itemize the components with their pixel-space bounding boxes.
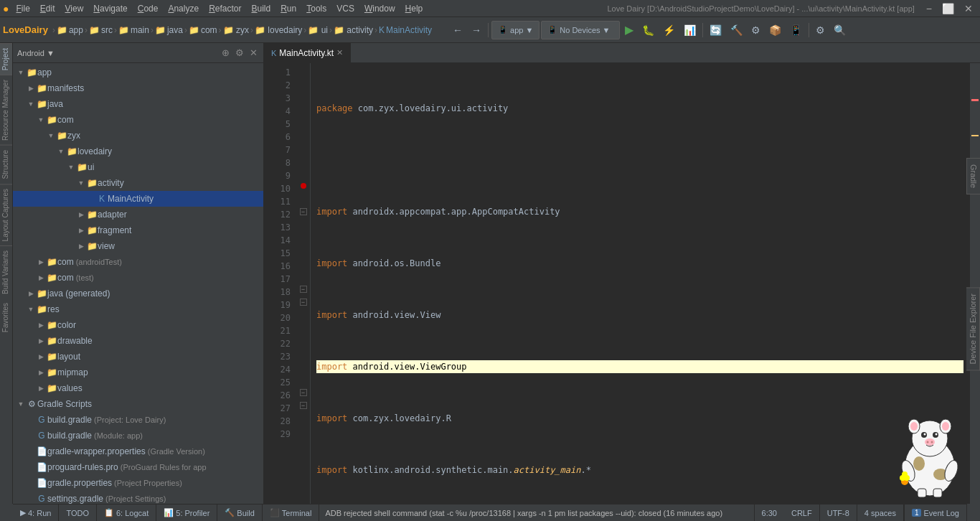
tree-item-gradle-props[interactable]: ▶ 📄 gradle.properties (Project Propertie… xyxy=(13,475,263,491)
breadcrumb-src[interactable]: 📁 src xyxy=(89,25,113,35)
forward-btn[interactable]: → xyxy=(468,21,485,39)
tree-item-manifests[interactable]: ▶ 📁 manifests xyxy=(13,80,263,96)
menu-window[interactable]: Window xyxy=(360,2,400,15)
status-indent[interactable]: 4 spaces xyxy=(857,504,904,522)
tab-close-btn[interactable]: ✕ xyxy=(336,48,343,57)
code-content[interactable]: package com.zyx.lovedairy.ui.activity im… xyxy=(311,63,969,504)
device-file-tab[interactable]: Device File Explorer xyxy=(966,287,980,370)
breadcrumb-com[interactable]: 📁 com xyxy=(189,25,217,35)
event-log-btn[interactable]: 1 Event Log xyxy=(904,504,967,522)
menu-view[interactable]: View xyxy=(61,2,88,15)
tree-item-mipmap[interactable]: ▶ 📁 mipmap xyxy=(13,365,263,380)
tree-item-java[interactable]: ▼ 📁 java xyxy=(13,96,263,112)
tree-item-app[interactable]: ▼ 📁 app xyxy=(13,65,263,80)
tree-item-com[interactable]: ▼ 📁 com xyxy=(13,112,263,128)
tree-item-res[interactable]: ▼ 📁 res xyxy=(13,301,263,317)
task-todo[interactable]: TODO xyxy=(59,504,97,522)
build-variants-tab[interactable]: Build Variants xyxy=(0,245,12,299)
menu-edit[interactable]: Edit xyxy=(36,2,60,15)
menu-vcs[interactable]: VCS xyxy=(332,2,359,15)
coverage-btn[interactable]: ⚡ xyxy=(659,21,679,39)
tree-item-zyx[interactable]: ▼ 📁 zyx xyxy=(13,128,263,144)
panel-gear-btn[interactable]: ⚙ xyxy=(234,46,245,60)
tree-item-gradle-wrapper[interactable]: ▶ 📄 gradle-wrapper.properties (Gradle Ve… xyxy=(13,443,263,459)
run-btn[interactable]: ▶ xyxy=(621,21,637,39)
fold-btn-27[interactable]: − xyxy=(300,402,307,409)
module-selector[interactable]: 📱 app ▼ xyxy=(491,21,540,39)
tree-item-mainactivity[interactable]: ▶ K MainActivity xyxy=(13,191,263,207)
gradle-tab[interactable]: Gradle xyxy=(966,158,980,194)
device-selector[interactable]: 📱 No Devices ▼ xyxy=(541,21,620,39)
fold-btn-18[interactable]: − xyxy=(300,286,307,293)
task-run[interactable]: ▶ 4: Run xyxy=(13,504,59,522)
tree-item-com-androidtest[interactable]: ▶ 📁 com (androidTest) xyxy=(13,254,263,270)
menu-tools[interactable]: Tools xyxy=(302,2,331,15)
tree-item-drawable[interactable]: ▶ 📁 drawable xyxy=(13,333,263,349)
fold-btn-19[interactable]: − xyxy=(300,299,307,306)
panel-scope-btn[interactable]: ⊕ xyxy=(220,46,231,60)
tree-item-build-gradle-module[interactable]: ▶ G build.gradle (Module: app) xyxy=(13,428,263,443)
breadcrumb-lovedairy[interactable]: 📁 lovedairy xyxy=(255,25,302,35)
editor-tab-mainactivity[interactable]: K MainActivity.kt ✕ xyxy=(264,43,351,63)
menu-refactor[interactable]: Refactor xyxy=(204,2,245,15)
build-btn[interactable]: 🔨 xyxy=(727,21,746,39)
menu-help[interactable]: Help xyxy=(401,2,428,15)
task-logcat[interactable]: 📋 6: Logcat xyxy=(97,504,156,522)
scroll-gutter[interactable] xyxy=(969,63,980,504)
task-build[interactable]: 🔨 Build xyxy=(217,504,262,522)
avd-btn[interactable]: 📱 xyxy=(786,21,806,39)
favorites-tab[interactable]: Favorites xyxy=(0,299,12,337)
settings-btn[interactable]: ⚙ xyxy=(812,21,829,39)
project-tab[interactable]: Project xyxy=(0,43,12,75)
panel-close-btn[interactable]: ✕ xyxy=(248,46,259,60)
structure-tab[interactable]: Structure xyxy=(0,145,12,184)
breadcrumb-java[interactable]: 📁 java xyxy=(155,25,183,35)
maximize-btn[interactable]: ⬜ xyxy=(938,3,958,14)
tree-item-layout[interactable]: ▶ 📁 layout xyxy=(13,349,263,365)
layout-captures-tab[interactable]: Layout Captures xyxy=(0,184,12,245)
status-line-ending[interactable]: CRLF xyxy=(784,504,820,522)
breadcrumb-mainactivity[interactable]: K MainActivity xyxy=(379,25,432,35)
fold-btn-26[interactable]: − xyxy=(300,389,307,396)
menu-analyze[interactable]: Analyze xyxy=(164,2,203,15)
task-terminal[interactable]: ⬛ Terminal xyxy=(263,504,320,522)
breadcrumb-zyx[interactable]: 📁 zyx xyxy=(223,25,249,35)
tree-item-ui[interactable]: ▼ 📁 ui xyxy=(13,159,263,175)
debug-btn[interactable]: 🐛 xyxy=(639,21,658,39)
menu-code[interactable]: Code xyxy=(133,2,163,15)
breadcrumb-app[interactable]: 📁 app xyxy=(57,25,83,35)
code-editor[interactable]: 12345 678910 1112131415 1617181920 21222… xyxy=(264,63,980,504)
task-profiler[interactable]: 📊 5: Profiler xyxy=(156,504,217,522)
minimize-btn[interactable]: − xyxy=(922,3,936,14)
tree-item-proguard[interactable]: ▶ 📄 proguard-rules.pro (ProGuard Rules f… xyxy=(13,459,263,475)
breadcrumb-activity[interactable]: 📁 activity xyxy=(334,25,373,35)
tree-item-build-gradle-project[interactable]: ▶ G build.gradle (Project: Love Dairy) xyxy=(13,412,263,428)
tree-item-java-gen[interactable]: ▶ 📁 java (generated) xyxy=(13,286,263,301)
breadcrumb-ui[interactable]: 📁 ui xyxy=(308,25,328,35)
fold-btn-12[interactable]: − xyxy=(300,208,307,215)
search-everywhere-btn[interactable]: 🔍 xyxy=(830,21,849,39)
status-encoding[interactable]: UTF-8 xyxy=(820,504,857,522)
back-btn[interactable]: ← xyxy=(449,21,466,39)
profile-btn[interactable]: 📊 xyxy=(680,21,699,39)
tree-item-view[interactable]: ▶ 📁 view xyxy=(13,238,263,254)
tree-item-color[interactable]: ▶ 📁 color xyxy=(13,317,263,333)
sdk-btn[interactable]: 📦 xyxy=(765,21,785,39)
tree-item-fragment[interactable]: ▶ 📁 fragment xyxy=(13,222,263,238)
tree-item-settings-gradle[interactable]: ▶ G settings.gradle (Project Settings) xyxy=(13,491,263,504)
menu-file[interactable]: File xyxy=(11,2,34,15)
gradle-btn[interactable]: ⚙ xyxy=(748,21,764,39)
tree-item-values[interactable]: ▶ 📁 values xyxy=(13,380,263,396)
tree-item-lovedairy[interactable]: ▼ 📁 lovedairy xyxy=(13,144,263,159)
tree-item-com-test[interactable]: ▶ 📁 com (test) xyxy=(13,270,263,286)
menu-run[interactable]: Run xyxy=(276,2,301,15)
tree-item-activity[interactable]: ▼ 📁 activity xyxy=(13,175,263,191)
sync-btn[interactable]: 🔄 xyxy=(706,21,725,39)
menu-navigate[interactable]: Navigate xyxy=(89,2,131,15)
menu-build[interactable]: Build xyxy=(247,2,275,15)
tree-item-gradle-scripts[interactable]: ▼ ⚙ Gradle Scripts xyxy=(13,396,263,412)
breadcrumb-main[interactable]: 📁 main xyxy=(118,25,149,35)
tree-item-adapter[interactable]: ▶ 📁 adapter xyxy=(13,207,263,222)
resource-manager-tab[interactable]: Resource Manager xyxy=(0,75,12,145)
close-btn[interactable]: ✕ xyxy=(960,3,977,14)
